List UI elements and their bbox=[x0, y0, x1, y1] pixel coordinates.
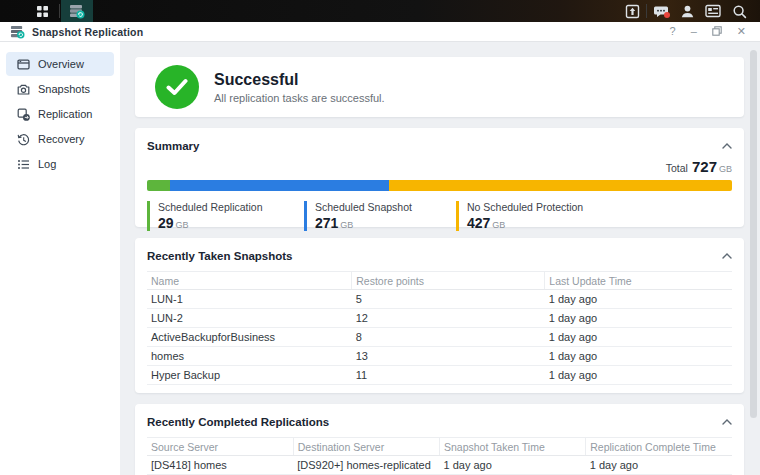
user-icon bbox=[680, 4, 695, 19]
table-header-row: Name Restore points Last Update Time bbox=[147, 272, 732, 290]
sidebar-item-label: Snapshots bbox=[38, 83, 90, 95]
window-titlebar: Snapshot Replication ? – ✕ bbox=[0, 22, 760, 42]
search-icon bbox=[732, 4, 747, 19]
user-button[interactable] bbox=[674, 0, 700, 22]
column-header[interactable]: Snapshot Taken Time bbox=[440, 438, 586, 456]
list-icon bbox=[17, 158, 30, 171]
help-button[interactable]: ? bbox=[670, 26, 676, 37]
total-unit: GB bbox=[719, 164, 732, 174]
sidebar-item-label: Replication bbox=[38, 108, 92, 120]
main-content: Successful All replication tasks are suc… bbox=[120, 42, 760, 475]
package-upload-icon bbox=[625, 4, 640, 19]
table-row[interactable]: Hyper Backup111 day ago bbox=[147, 366, 732, 385]
taskbar-divider bbox=[59, 4, 60, 18]
legend-item-scheduled-snapshot: Scheduled Snapshot 271GB bbox=[304, 201, 456, 231]
vertical-scrollbar[interactable] bbox=[750, 50, 757, 418]
table-row[interactable]: LUN-151 day ago bbox=[147, 290, 732, 309]
sidebar-item-label: Log bbox=[38, 158, 56, 170]
legend-item-scheduled-replication: Scheduled Replication 29GB bbox=[147, 201, 304, 231]
legend-item-no-scheduled-protection: No Scheduled Protection 427GB bbox=[456, 201, 583, 231]
main-menu-button[interactable] bbox=[26, 0, 58, 22]
legend-value: 271 bbox=[315, 215, 338, 231]
widgets-button[interactable] bbox=[700, 0, 726, 22]
taskbar-right bbox=[619, 0, 760, 22]
collapse-chevron-icon[interactable] bbox=[722, 143, 732, 149]
summary-section-title: Summary bbox=[147, 140, 199, 152]
replications-table: Source Server Destination Server Snapsho… bbox=[147, 437, 732, 475]
snapshot-replication-app-icon bbox=[10, 25, 25, 39]
window-body: Overview Snapshots Replication Recovery bbox=[0, 42, 760, 475]
legend-unit: GB bbox=[492, 220, 505, 230]
column-header[interactable]: Name bbox=[147, 272, 352, 290]
legend-label: No Scheduled Protection bbox=[467, 201, 583, 213]
taskbar-divider bbox=[646, 4, 647, 18]
collapse-chevron-icon[interactable] bbox=[722, 419, 732, 425]
column-header[interactable]: Destination Server bbox=[293, 438, 439, 456]
bar-segment-scheduled-snapshot bbox=[170, 180, 388, 191]
column-header[interactable]: Restore points bbox=[352, 272, 545, 290]
notification-badge bbox=[664, 12, 670, 18]
table-row[interactable]: homes131 day ago bbox=[147, 347, 732, 366]
sidebar-item-overview[interactable]: Overview bbox=[6, 52, 114, 76]
history-icon bbox=[17, 133, 30, 146]
restore-button[interactable] bbox=[712, 26, 722, 38]
replications-section-title: Recently Completed Replications bbox=[147, 416, 329, 428]
snapshots-section-title: Recently Taken Snapshots bbox=[147, 250, 293, 262]
taskbar-app-snapshot-replication[interactable] bbox=[61, 0, 93, 22]
package-upload-button[interactable] bbox=[619, 0, 645, 22]
sidebar-item-label: Recovery bbox=[38, 133, 84, 145]
table-row[interactable]: LUN-2121 day ago bbox=[147, 309, 732, 328]
window-title: Snapshot Replication bbox=[32, 26, 143, 38]
snapshot-replication-app-icon bbox=[69, 4, 85, 19]
legend-value: 427 bbox=[467, 215, 490, 231]
collapse-chevron-icon[interactable] bbox=[722, 253, 732, 259]
main-menu-icon bbox=[36, 5, 49, 18]
table-row[interactable]: ActiveBackupforBusiness81 day ago bbox=[147, 328, 732, 347]
storage-stacked-bar bbox=[147, 180, 732, 191]
taskbar bbox=[0, 0, 760, 22]
notifications-button[interactable] bbox=[648, 0, 674, 22]
window-controls: ? – ✕ bbox=[670, 26, 750, 38]
legend-label: Scheduled Replication bbox=[158, 201, 304, 213]
total-label: Total bbox=[666, 162, 688, 174]
taskbar-left bbox=[0, 0, 93, 22]
replication-icon bbox=[17, 108, 30, 121]
camera-icon bbox=[17, 83, 30, 96]
legend: Scheduled Replication 29GB Scheduled Sna… bbox=[147, 201, 732, 231]
recently-taken-snapshots-card: Recently Taken Snapshots Name Restore po… bbox=[135, 238, 744, 393]
sidebar-item-snapshots[interactable]: Snapshots bbox=[6, 77, 114, 101]
snapshots-table: Name Restore points Last Update Time LUN… bbox=[147, 271, 732, 385]
sidebar-item-log[interactable]: Log bbox=[6, 152, 114, 176]
column-header[interactable]: Replication Complete Time bbox=[586, 438, 732, 456]
total-value: 727 bbox=[692, 158, 717, 175]
close-button[interactable]: ✕ bbox=[737, 26, 746, 37]
column-header[interactable]: Last Update Time bbox=[545, 272, 732, 290]
sidebar: Overview Snapshots Replication Recovery bbox=[0, 42, 120, 475]
screen: Snapshot Replication ? – ✕ Overview bbox=[0, 0, 760, 475]
status-message: All replication tasks are successful. bbox=[214, 92, 385, 104]
summary-card: Summary Total727GB Scheduled Replication bbox=[135, 128, 744, 227]
recently-completed-replications-card: Recently Completed Replications Source S… bbox=[135, 404, 744, 475]
restore-icon bbox=[712, 26, 722, 36]
total-line: Total727GB bbox=[147, 158, 732, 176]
success-check-icon bbox=[155, 65, 199, 109]
table-header-row: Source Server Destination Server Snapsho… bbox=[147, 438, 732, 456]
legend-value: 29 bbox=[158, 215, 174, 231]
legend-unit: GB bbox=[340, 220, 353, 230]
status-card: Successful All replication tasks are suc… bbox=[135, 57, 744, 117]
table-row[interactable]: [DS418] homes[DS920+] homes-replicated1 … bbox=[147, 456, 732, 475]
sidebar-item-recovery[interactable]: Recovery bbox=[6, 127, 114, 151]
overview-icon bbox=[17, 58, 30, 71]
legend-label: Scheduled Snapshot bbox=[315, 201, 456, 213]
column-header[interactable]: Source Server bbox=[147, 438, 293, 456]
sidebar-item-replication[interactable]: Replication bbox=[6, 102, 114, 126]
widgets-icon bbox=[705, 4, 721, 18]
sidebar-item-label: Overview bbox=[38, 58, 84, 70]
search-button[interactable] bbox=[726, 0, 752, 22]
bar-segment-scheduled-replication bbox=[147, 180, 170, 191]
bar-segment-no-scheduled-protection bbox=[389, 180, 732, 191]
minimize-button[interactable]: – bbox=[691, 26, 697, 37]
status-title: Successful bbox=[214, 71, 385, 89]
legend-unit: GB bbox=[176, 220, 189, 230]
